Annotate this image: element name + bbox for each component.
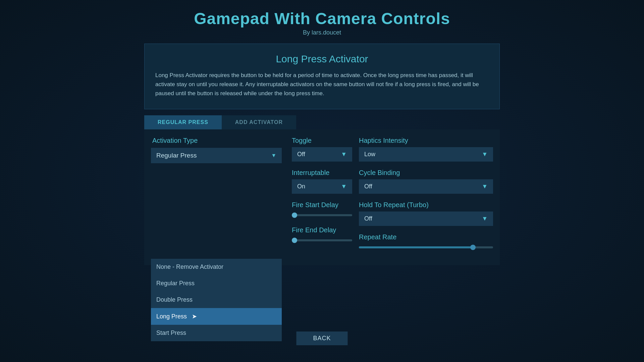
toggle-select[interactable]: Off ▼ <box>292 147 352 162</box>
main-content: Activation Type Regular Press ▼ None - R… <box>144 129 500 265</box>
toggle-group: Toggle Off ▼ <box>292 137 352 162</box>
fire-end-delay-track <box>292 239 352 241</box>
cycle-binding-value: Off <box>364 183 372 190</box>
repeat-rate-fill <box>359 246 473 248</box>
info-text: Long Press Activator requires the button… <box>155 71 489 98</box>
dropdown-item-double[interactable]: Double Press <box>151 292 282 308</box>
haptics-label: Haptics Intensity <box>359 137 493 144</box>
activation-type-label: Activation Type <box>151 137 282 144</box>
dropdown-item-long-press-label: Long Press <box>156 313 187 320</box>
cycle-binding-chevron: ▼ <box>482 183 488 190</box>
repeat-rate-label: Repeat Rate <box>359 233 493 241</box>
haptics-group: Haptics Intensity Low ▼ <box>359 137 493 162</box>
repeat-rate-slider[interactable] <box>359 244 493 251</box>
tabs-row: REGULAR PRESS ADD ACTIVATOR <box>144 115 500 129</box>
section-title: Long Press Activator <box>155 53 489 65</box>
cycle-binding-select[interactable]: Off ▼ <box>359 179 493 194</box>
activation-type-chevron: ▼ <box>271 153 276 159</box>
fire-start-delay-group: Fire Start Delay <box>292 201 352 219</box>
cycle-binding-label: Cycle Binding <box>359 169 493 177</box>
haptics-chevron: ▼ <box>482 151 488 158</box>
dropdown-item-regular[interactable]: Regular Press <box>151 275 282 292</box>
tab-add-activator[interactable]: ADD ACTIVATOR <box>222 115 296 129</box>
fire-start-delay-label: Fire Start Delay <box>292 201 352 209</box>
fire-start-delay-thumb[interactable] <box>292 213 297 218</box>
repeat-rate-track <box>359 246 493 248</box>
hold-to-repeat-value: Off <box>364 215 372 222</box>
hold-to-repeat-chevron: ▼ <box>482 215 488 222</box>
fire-end-delay-group: Fire End Delay <box>292 226 352 244</box>
left-column: Activation Type Regular Press ▼ None - R… <box>151 137 282 258</box>
page-title: Gamepad With Camera Controls <box>194 9 450 28</box>
fire-end-delay-thumb[interactable] <box>292 238 297 243</box>
middle-column: Toggle Off ▼ Interruptable On ▼ <box>288 137 352 258</box>
activation-type-dropdown: None - Remove Activator Regular Press Do… <box>151 258 282 341</box>
cycle-binding-group: Cycle Binding Off ▼ <box>359 169 493 194</box>
activation-type-select[interactable]: Regular Press ▼ <box>151 148 282 163</box>
info-panel: Long Press Activator Long Press Activato… <box>144 44 500 109</box>
dropdown-item-long-press[interactable]: Long Press ➤ <box>151 308 282 325</box>
tabs-container: REGULAR PRESS ADD ACTIVATOR Activation T… <box>144 115 500 265</box>
back-button-container: BACK <box>296 331 347 345</box>
header: Gamepad With Camera Controls By lars.dou… <box>194 0 450 39</box>
repeat-rate-group: Repeat Rate <box>359 233 493 251</box>
dropdown-item-start[interactable]: Start Press <box>151 325 282 341</box>
haptics-select[interactable]: Low ▼ <box>359 147 493 162</box>
toggle-chevron: ▼ <box>341 151 347 158</box>
activation-type-value: Regular Press <box>156 152 197 159</box>
interruptable-select[interactable]: On ▼ <box>292 179 352 194</box>
hold-to-repeat-select[interactable]: Off ▼ <box>359 212 493 226</box>
interruptable-chevron: ▼ <box>341 183 347 190</box>
toggle-label: Toggle <box>292 137 352 144</box>
toggle-value: Off <box>297 151 305 158</box>
interruptable-group: Interruptable On ▼ <box>292 169 352 194</box>
page-subtitle: By lars.doucet <box>194 29 450 36</box>
cursor-icon: ➤ <box>192 313 197 320</box>
hold-to-repeat-group: Hold To Repeat (Turbo) Off ▼ <box>359 201 493 226</box>
back-button[interactable]: BACK <box>296 331 347 345</box>
right-column: Haptics Intensity Low ▼ Cycle Binding Of… <box>359 137 493 258</box>
tab-regular-press[interactable]: REGULAR PRESS <box>144 115 222 129</box>
repeat-rate-thumb[interactable] <box>470 245 476 250</box>
fire-end-delay-label: Fire End Delay <box>292 226 352 234</box>
haptics-value: Low <box>364 151 375 158</box>
interruptable-label: Interruptable <box>292 169 352 177</box>
hold-to-repeat-label: Hold To Repeat (Turbo) <box>359 201 493 209</box>
fire-start-delay-slider[interactable] <box>292 212 352 219</box>
fire-start-delay-track <box>292 214 352 216</box>
fire-end-delay-slider[interactable] <box>292 237 352 244</box>
page-container: Gamepad With Camera Controls By lars.dou… <box>0 0 644 362</box>
interruptable-value: On <box>297 183 305 190</box>
dropdown-item-none[interactable]: None - Remove Activator <box>151 259 282 275</box>
